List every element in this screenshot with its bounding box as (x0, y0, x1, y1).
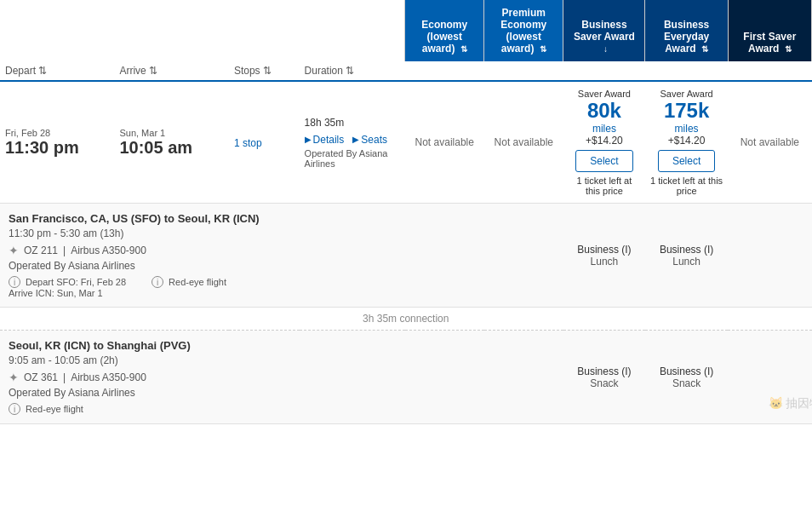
segment2-info-cell: Seoul, KR (ICN) to Shanghai (PVG) 9:05 a… (0, 331, 405, 424)
saver-award-label: Saver Award (569, 89, 640, 99)
info-icon-redeye: i (152, 276, 163, 288)
segment2-flight-num: OZ 361 (24, 371, 58, 383)
depart-label: Depart (5, 65, 36, 77)
economy-status: Not available (415, 136, 474, 148)
header-premium: Premium Economy (lowest award) ⇅ (484, 0, 563, 61)
biz-everyday-miles: 175k (664, 99, 709, 122)
biz-saver-award-cell: Saver Award 80k miles +$14.20 Select 1 t… (563, 81, 645, 204)
segment2-time: 9:05 am - 10:05 am (2h) (9, 354, 397, 366)
connection-cell: 3h 35m connection (0, 308, 812, 331)
segment1-economy-cabin (405, 204, 484, 308)
segment2-biz-everyday-cabin: Business (I) (654, 365, 719, 377)
stops-value: 1 stop (234, 137, 262, 149)
biz-saver-subheader (563, 61, 645, 81)
stops-sort-icon: ⇅ (263, 65, 272, 77)
seats-button[interactable]: ▶ Seats (352, 134, 387, 146)
operated-by-main: Operated By Asiana Airlines (305, 148, 400, 169)
seats-triangle-icon: ▶ (352, 135, 359, 144)
depart-sort-icon: ⇅ (38, 65, 47, 77)
depart-date: Fri, Feb 28 (5, 128, 109, 138)
biz-everyday-saver-label: Saver Award (650, 89, 723, 99)
biz-everyday-select-button[interactable]: Select (658, 150, 715, 172)
biz-everyday-sort-icon[interactable]: ⇅ (701, 44, 708, 54)
star-icon: ✦ (9, 244, 19, 257)
segment1-biz-saver-meal: Lunch (572, 256, 637, 268)
duration-sort-header[interactable]: Duration ⇅ (300, 61, 405, 81)
biz-saver-miles: 80k (587, 99, 621, 122)
biz-saver-ticket-left: 1 ticket left at this price (569, 176, 640, 196)
biz-saver-fee: +$14.20 (569, 135, 640, 147)
depart-sort-header[interactable]: Depart ⇅ (0, 61, 114, 81)
biz-everyday-unit: miles (650, 123, 723, 135)
segment1-flight-num: OZ 211 (24, 245, 58, 256)
depart-cell: Fri, Feb 28 11:30 pm (0, 81, 114, 204)
duration-cell: 18h 35m ▶ Details ▶ Seats Operated By As… (300, 81, 405, 204)
premium-award-cell: Not available (484, 81, 563, 204)
economy-sort-icon[interactable]: ⇅ (460, 44, 467, 54)
segment1-operated: Operated By Asiana Airlines (9, 260, 397, 272)
arrive-time: 10:05 am (119, 138, 223, 158)
details-button[interactable]: ▶ Details (305, 134, 345, 146)
segment2-biz-saver-cabin: Business (I) (572, 365, 637, 377)
segment2-biz-everyday-meal: Snack (654, 377, 719, 389)
segment2-biz-saver-meal: Snack (572, 377, 637, 389)
segment1-redeye: i Red-eye flight (152, 276, 226, 298)
star-icon-2: ✦ (9, 371, 19, 384)
first-saver-award-cell: Not available (728, 81, 811, 204)
segment2-biz-everyday-cabin-cell: Business (I) Snack (645, 331, 728, 424)
connection-label: 3h 35m connection (363, 313, 449, 325)
segment2-redeye: i Red-eye flight (9, 403, 83, 415)
segment1-biz-everyday-cabin: Business (I) (654, 244, 719, 256)
arrive-sort-icon: ⇅ (149, 65, 157, 77)
duration-value: 18h 35m (305, 117, 400, 129)
info-icon-redeye2: i (9, 403, 20, 415)
details-label: Details (313, 134, 345, 146)
segment1-depart-date: i Depart SFO: Fri, Feb 28Arrive ICN: Sun… (9, 276, 126, 298)
segment1-aircraft: Airbus A350-900 (71, 245, 146, 256)
biz-saver-select-button[interactable]: Select (575, 150, 632, 172)
economy-award-cell: Not available (405, 81, 484, 204)
arrive-label: Arrive (119, 65, 146, 77)
segment1-biz-everyday-cabin-cell: Business (I) Lunch (645, 204, 728, 308)
biz-saver-header-label: Business Saver Award (574, 19, 635, 43)
segment2-aircraft: Airbus A350-900 (71, 371, 146, 383)
segment1-operated-label: Operated By Asiana Airlines (9, 260, 135, 272)
details-triangle-icon: ▶ (305, 135, 312, 144)
watermark: 🐱 抽因特达人 (769, 396, 812, 412)
segment1-time: 11:30 pm - 5:30 am (13h) (9, 227, 397, 239)
segment1-flight: ✦ OZ 211 | Airbus A350-900 (9, 244, 397, 257)
duration-label: Duration (305, 65, 343, 77)
segment1-sep: | (63, 245, 66, 256)
segment2-operated-label: Operated By Asiana Airlines (9, 387, 135, 399)
segment1-info-cell: San Francisco, CA, US (SFO) to Seoul, KR… (0, 204, 405, 308)
stops-sort-header[interactable]: Stops ⇅ (229, 61, 300, 81)
first-saver-subheader (728, 61, 811, 81)
segment2-economy-cabin (405, 331, 484, 424)
segment2-redeye-info: i Red-eye flight (9, 403, 397, 415)
seats-label: Seats (361, 134, 387, 146)
premium-sort-icon[interactable]: ⇅ (540, 44, 546, 54)
header-biz-everyday: Business Everyday Award ⇅ (645, 0, 728, 61)
first-saver-sort-icon[interactable]: ⇅ (785, 44, 792, 54)
segment2-operated: Operated By Asiana Airlines (9, 387, 397, 399)
arrive-cell: Sun, Mar 1 10:05 am (114, 81, 228, 204)
flight-row: Fri, Feb 28 11:30 pm Sun, Mar 1 10:05 am… (0, 81, 812, 204)
connection-row: 3h 35m connection (0, 308, 812, 331)
biz-saver-sort-icon[interactable]: ↓ (603, 44, 608, 54)
biz-everyday-award-cell: Saver Award 175k miles +$14.20 Select 1 … (645, 81, 728, 204)
biz-saver-unit: miles (569, 123, 640, 135)
header-economy: Economy (lowest award) ⇅ (405, 0, 484, 61)
stops-cell: 1 stop (229, 81, 300, 204)
segment1-premium-cabin (484, 204, 563, 308)
biz-everyday-ticket-left: 1 ticket left at this price (650, 176, 723, 196)
segment2-biz-saver-cabin-cell: Business (I) Snack (563, 331, 645, 424)
stops-label: Stops (234, 65, 260, 77)
info-icon-depart: i (9, 276, 20, 288)
segment1-biz-saver-cabin: Business (I) (572, 244, 637, 256)
segment2-flight: ✦ OZ 361 | Airbus A350-900 (9, 371, 397, 384)
segment1-biz-saver-cabin-cell: Business (I) Lunch (563, 204, 645, 308)
header-biz-saver: Business Saver Award ↓ (563, 0, 645, 61)
segment1-detail-row: San Francisco, CA, US (SFO) to Seoul, KR… (0, 204, 812, 308)
arrive-sort-header[interactable]: Arrive ⇅ (114, 61, 228, 81)
economy-subheader (405, 61, 484, 81)
